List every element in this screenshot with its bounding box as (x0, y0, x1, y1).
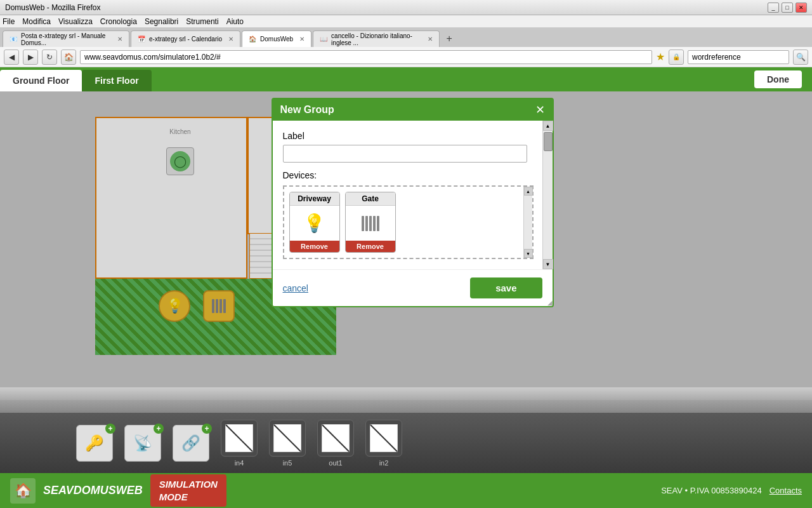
in2-icon-wrapper[interactable] (365, 420, 402, 457)
scroll-up-arrow[interactable]: ▲ (543, 121, 553, 131)
tab-first-floor[interactable]: First Floor (82, 70, 151, 91)
maximize-button[interactable]: □ (782, 3, 793, 13)
home-button[interactable]: 🏠 (61, 50, 76, 65)
device-driveway-remove[interactable]: Remove (290, 241, 339, 252)
browser-title: DomusWeb - Mozilla Firefox (5, 3, 100, 12)
tab-close-3[interactable]: ✕ (428, 36, 433, 43)
device-card-driveway: Driveway 💡 Remove (289, 192, 340, 253)
footer-house-icon: 🏠 (10, 478, 36, 504)
bottom-toolbar: 🔑 + 📡 + 🔗 + (0, 413, 812, 473)
tab-bar: 📧 Posta e-xtrategy srl - Manuale Domus..… (0, 28, 812, 47)
in2-no-signal-icon (370, 424, 398, 452)
menu-visualizza[interactable]: Visualizza (58, 17, 93, 26)
floor-plan: Kitchen ◯ ⬤ (0, 91, 812, 387)
device-gate-label: Gate (346, 192, 395, 206)
device-gate-remove[interactable]: Remove (346, 241, 395, 252)
label-input[interactable] (283, 145, 527, 163)
tab-close-2[interactable]: ✕ (299, 36, 304, 43)
devices-area: Driveway 💡 Remove Gate (283, 185, 534, 259)
scroll-thumb[interactable] (544, 132, 553, 151)
in5-icon-wrapper[interactable] (269, 420, 306, 457)
device-gate-icon (346, 206, 395, 241)
done-button[interactable]: Done (754, 70, 802, 88)
modal-overlay: New Group ✕ Label Devices: Driveway (0, 91, 812, 387)
save-button[interactable]: save (470, 277, 542, 298)
toolbar-device-remote: 📡 + (124, 425, 161, 462)
tab-0[interactable]: 📧 Posta e-xtrategy srl - Manuale Domus..… (3, 30, 129, 47)
close-button[interactable]: ✕ (796, 3, 807, 13)
toolbar-device-key: 🔑 + (76, 425, 113, 462)
new-tab-button[interactable]: + (441, 30, 457, 47)
footer-contacts-link[interactable]: Contacts (769, 486, 802, 495)
in4-icon-wrapper[interactable] (221, 420, 258, 457)
forward-button[interactable]: ▶ (23, 50, 38, 65)
modal-body: Label Devices: Driveway 💡 Remove (273, 121, 553, 269)
in4-no-signal-icon (225, 424, 253, 452)
toolbar-device-in4: in4 (221, 420, 258, 467)
in2-label: in2 (379, 459, 389, 467)
device-driveway-icon: 💡 (290, 206, 339, 241)
new-group-modal: New Group ✕ Label Devices: Driveway (272, 98, 554, 307)
modal-close-button[interactable]: ✕ (535, 104, 545, 116)
device-driveway-label: Driveway (290, 192, 339, 206)
cancel-button[interactable]: cancel (283, 283, 308, 293)
group-add-badge[interactable]: + (202, 424, 212, 434)
simulation-badge: SIMULATION MODE (150, 474, 226, 507)
browser-titlebar: DomusWeb - Mozilla Firefox _ □ ✕ (0, 0, 812, 15)
footer-logo: SEAVDOMUSWEB (43, 484, 143, 497)
remote-add-badge[interactable]: + (154, 424, 164, 434)
in5-no-signal-icon (273, 424, 301, 452)
search-go-button[interactable]: 🔍 (793, 50, 808, 65)
shelf-area (0, 387, 812, 413)
tab-close-0[interactable]: ✕ (117, 36, 122, 43)
tab-3[interactable]: 📖 cancello - Dizionario italiano-inglese… (313, 30, 440, 47)
search-input[interactable] (688, 50, 789, 64)
minimize-button[interactable]: _ (768, 3, 779, 13)
in5-label: in5 (283, 459, 292, 467)
modal-header: New Group ✕ (273, 99, 553, 121)
resize-handle[interactable]: ◢ (545, 298, 553, 306)
app-footer: 🏠 SEAVDOMUSWEB SIMULATION MODE SEAV • P.… (0, 473, 812, 508)
simulation-line1: SIMULATION (159, 478, 218, 491)
tab-close-1[interactable]: ✕ (228, 36, 233, 43)
app-container: Ground Floor First Floor Done Kitchen ◯ (0, 67, 812, 508)
menu-modifica[interactable]: Modifica (22, 17, 51, 26)
device-card-gate: Gate Re (345, 192, 396, 253)
menu-strumenti[interactable]: Strumenti (186, 17, 218, 26)
key-add-badge[interactable]: + (105, 424, 115, 434)
back-button[interactable]: ◀ (4, 50, 19, 65)
tab-1[interactable]: 📅 e-xtrategy srl - Calendario ✕ (131, 30, 240, 47)
url-input[interactable] (80, 50, 652, 64)
toolbar-device-in5: in5 (269, 420, 306, 467)
menu-cronologia[interactable]: Cronologia (100, 17, 137, 26)
footer-company: SEAV • P.IVA 00853890424 (661, 486, 762, 495)
menubar: File Modifica Visualizza Cronologia Segn… (0, 15, 812, 28)
modal-footer: cancel save (273, 269, 553, 306)
out1-label: out1 (329, 459, 342, 467)
devices-section-label: Devices: (283, 170, 542, 180)
address-bar: ◀ ▶ ↻ 🏠 ★ 🔒 🔍 (0, 47, 812, 67)
scroll-down-arrow[interactable]: ▼ (543, 259, 553, 269)
tab-ground-floor[interactable]: Ground Floor (0, 70, 82, 91)
modal-title: New Group (280, 104, 334, 116)
devices-scrollbar[interactable]: ▲ ▼ (523, 187, 532, 258)
label-field-label: Label (283, 131, 542, 141)
toolbar-device-in2: in2 (365, 420, 402, 467)
menu-aiuto[interactable]: Aiuto (226, 17, 244, 26)
toolbar-device-group: 🔗 + (173, 425, 209, 462)
menu-segnalibri[interactable]: Segnalibri (145, 17, 178, 26)
menu-file[interactable]: File (3, 17, 15, 26)
out1-no-signal-icon (322, 424, 350, 452)
footer-logo-text: SEAVDOMUSWEB (43, 484, 143, 497)
in4-label: in4 (235, 459, 244, 467)
floor-tabs: Ground Floor First Floor Done (0, 67, 812, 91)
modal-scrollbar[interactable]: ▲ ▼ (542, 121, 553, 269)
ssl-button[interactable]: 🔒 (669, 50, 684, 65)
tab-2[interactable]: 🏠 DomusWeb ✕ (242, 30, 311, 47)
simulation-line2: MODE (159, 491, 218, 504)
toolbar-device-out1: out1 (317, 420, 354, 467)
scroll-track (543, 131, 553, 259)
refresh-button[interactable]: ↻ (42, 50, 57, 65)
out1-icon-wrapper[interactable] (317, 420, 354, 457)
